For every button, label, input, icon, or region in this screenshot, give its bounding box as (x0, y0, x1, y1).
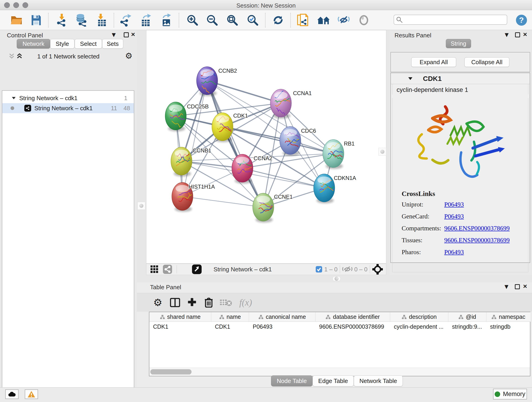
control-panel-close-icon[interactable]: × (131, 31, 135, 38)
table-panel-float-icon[interactable] (515, 284, 520, 290)
column-header[interactable]: @id (448, 312, 486, 322)
help-icon[interactable]: ? (514, 13, 529, 27)
results-panel-close-icon[interactable]: × (523, 31, 527, 38)
tab-edge-table[interactable]: Edge Table (312, 375, 354, 386)
network-options-gear-icon[interactable]: ⚙ (125, 51, 133, 61)
add-column-icon[interactable] (187, 298, 196, 307)
protein-node-ccne1[interactable]: CCNE1 (253, 193, 293, 223)
export-network-icon[interactable] (118, 13, 133, 27)
tab-style[interactable]: Style (50, 39, 75, 49)
network-graph[interactable]: CCNB2CCNA1CDC25BCDK1CDC6RB1CCNB1CCNA2CDK… (146, 30, 386, 264)
protein-node-cdk1[interactable]: CDK1 (212, 113, 248, 142)
function-builder-icon[interactable]: f(x) (239, 297, 252, 308)
cloud-button[interactable] (5, 389, 19, 399)
crosshair-icon[interactable] (372, 264, 383, 274)
horizontal-splitter[interactable] (137, 275, 532, 282)
cell-id[interactable]: stringdb:9... (448, 322, 486, 332)
delete-column-icon[interactable] (204, 298, 213, 307)
expand-all-button[interactable]: Expand All (411, 57, 456, 67)
protein-node-ccnb2[interactable]: CCNB2 (196, 67, 237, 97)
crosslink-compartments-link[interactable]: 9606.ENSP00000378699 (444, 225, 510, 232)
birdseye-toggle-icon[interactable] (192, 264, 202, 274)
collapse-all-button[interactable]: Collapse All (464, 57, 509, 67)
table-panel-close-icon[interactable]: × (523, 282, 527, 290)
protein-node-ccna2[interactable]: CCNA2 (232, 154, 272, 184)
cell-description[interactable]: cyclin-dependent ... (390, 322, 448, 332)
left-splitter-handle[interactable] (138, 202, 145, 210)
save-session-icon[interactable] (29, 13, 44, 27)
horizontal-splitter-handle[interactable] (333, 276, 341, 281)
protein-node-cdkn1a[interactable]: CDKN1A (314, 174, 356, 203)
tab-node-table[interactable]: Node Table (271, 375, 312, 386)
refresh-icon[interactable] (271, 13, 285, 27)
column-header[interactable]: name (211, 312, 249, 322)
share-view-icon[interactable] (163, 265, 172, 274)
cell-namespace[interactable]: stringdb (486, 322, 530, 332)
import-table-icon[interactable] (94, 13, 109, 27)
control-panel-menu-icon[interactable]: ▼ (112, 32, 116, 38)
crosslink-genecard-link[interactable]: P06493 (444, 213, 464, 220)
column-header[interactable]: namespac (486, 312, 530, 322)
protein-node-rb1[interactable]: RB1 (323, 140, 355, 169)
zoom-fit-icon[interactable] (225, 13, 240, 27)
cdk1-section-header[interactable]: CDK1 (391, 73, 530, 84)
table-panel-menu-icon[interactable]: ▼ (505, 284, 508, 289)
table-horizontal-scrollbar[interactable] (149, 368, 530, 376)
cell-database-identifier[interactable]: 9606.ENSP00000378699 (316, 322, 390, 332)
cell-shared-name[interactable]: CDK1 (149, 322, 211, 332)
grid-view-icon[interactable] (150, 265, 159, 274)
delete-table-icon[interactable] (220, 299, 232, 306)
network-row-selected[interactable]: String Network – cdk1 11 48 (2, 103, 134, 113)
tab-select[interactable]: Select (75, 39, 102, 49)
protein-node-ccna1[interactable]: CCNA1 (270, 89, 312, 119)
table-row[interactable]: CDK1 CDK1 P06493 9606.ENSP00000378699 cy… (149, 322, 530, 332)
crosslink-pharos-link[interactable]: P06493 (444, 249, 464, 256)
selected-checkbox-icon[interactable] (316, 266, 322, 273)
hidden-eye-slash-icon[interactable] (342, 265, 352, 273)
tab-string[interactable]: String (446, 39, 471, 48)
protein-node-hist1h1a[interactable]: HIST1H1A (172, 182, 215, 212)
column-header[interactable]: database identifier (316, 312, 390, 322)
zoom-out-icon[interactable] (205, 13, 220, 27)
hide-selected-icon[interactable] (336, 13, 351, 27)
export-image-icon[interactable] (159, 13, 174, 27)
import-network-database-icon[interactable] (74, 13, 89, 27)
protein-node-cdc6[interactable]: CDC6 (280, 127, 316, 156)
tab-sets[interactable]: Sets (102, 39, 123, 49)
crosslink-uniprot-link[interactable]: P06493 (444, 201, 464, 208)
home-icon[interactable] (316, 13, 331, 27)
zoom-selected-icon[interactable] (245, 13, 260, 27)
collection-expand-icon[interactable] (12, 96, 16, 100)
scrollbar-thumb[interactable] (150, 369, 191, 375)
results-panel-float-icon[interactable] (515, 32, 520, 38)
results-panel-menu-icon[interactable]: ▼ (505, 32, 509, 38)
search-input[interactable] (405, 16, 507, 24)
export-table-icon[interactable] (139, 13, 153, 27)
warning-button[interactable] (25, 389, 38, 399)
split-columns-icon[interactable] (170, 298, 180, 307)
open-session-icon[interactable] (9, 13, 24, 27)
tab-network-table[interactable]: Network Table (354, 375, 403, 386)
column-header[interactable]: shared name (149, 312, 211, 322)
memory-button[interactable]: Memory (493, 389, 527, 400)
protein-node-cdc25b[interactable]: CDC25B (165, 102, 209, 131)
node-table[interactable]: shared name name canonical name database… (149, 312, 530, 376)
cell-canonical-name[interactable]: P06493 (249, 322, 316, 332)
first-neighbors-icon[interactable] (296, 13, 310, 27)
right-splitter-handle[interactable] (379, 148, 386, 156)
column-header[interactable]: description (390, 312, 448, 322)
crosslink-tissues-link[interactable]: 9606.ENSP00000378699 (444, 236, 510, 244)
section-collapse-icon[interactable] (408, 77, 413, 81)
control-panel-float-icon[interactable] (124, 32, 129, 38)
tab-network[interactable]: Network (17, 39, 50, 49)
column-header[interactable]: canonical name (249, 312, 316, 322)
table-gear-icon[interactable]: ⚙ (153, 297, 162, 308)
network-collection-row[interactable]: String Network – cdk1 1 (2, 93, 134, 103)
zoom-in-icon[interactable] (185, 13, 200, 27)
protein-node-ccnb1[interactable]: CCNB1 (171, 147, 211, 177)
right-splitter[interactable] (386, 30, 389, 275)
show-all-icon[interactable] (356, 13, 371, 27)
import-network-file-icon[interactable] (55, 13, 70, 27)
network-canvas[interactable]: CCNB2CCNA1CDC25BCDK1CDC6RB1CCNB1CCNA2CDK… (146, 30, 386, 264)
cell-name[interactable]: CDK1 (211, 322, 249, 332)
